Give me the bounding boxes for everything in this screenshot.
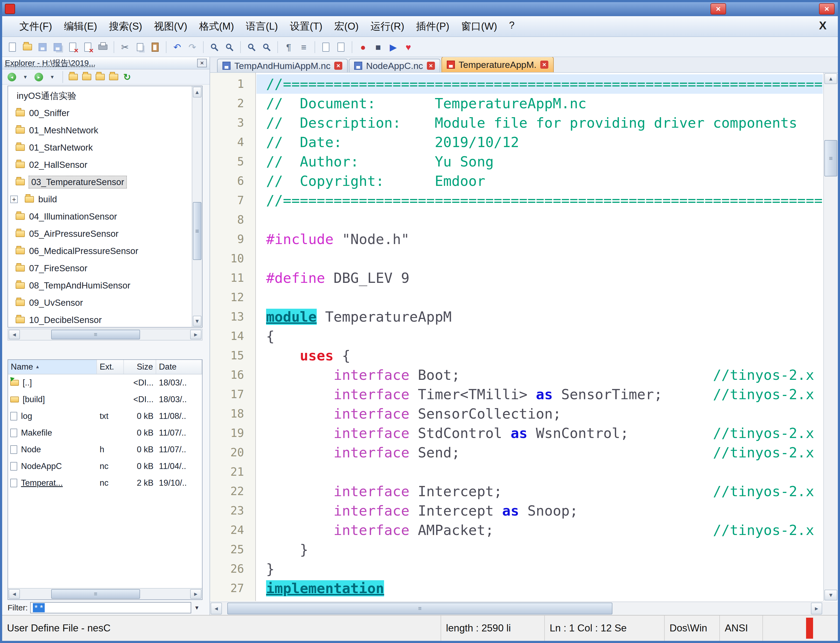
- scroll-thumb[interactable]: ≡: [51, 330, 140, 339]
- tree-item[interactable]: 09_UvSensor: [8, 294, 191, 312]
- tree-item[interactable]: 02_HallSensor: [8, 156, 191, 173]
- plugin-heart-icon[interactable]: ♥: [401, 40, 415, 54]
- code-line[interactable]: // Author: Yu Song: [256, 152, 823, 171]
- menu-item[interactable]: ?: [509, 20, 515, 33]
- code-line[interactable]: interface Timer<TMilli> as SensorTimer; …: [256, 385, 823, 404]
- tree-item[interactable]: 01_StarNetwork: [8, 139, 191, 156]
- editor-horizontal-scrollbar[interactable]: ◄ ≡ ►: [210, 602, 823, 615]
- menu-item[interactable]: 宏(O): [334, 20, 359, 33]
- tree-horizontal-scrollbar[interactable]: ◄ ≡ ►: [8, 329, 202, 341]
- record-macro-icon[interactable]: ●: [356, 40, 370, 54]
- save-icon[interactable]: [36, 40, 49, 54]
- menu-item[interactable]: 搜索(S): [109, 20, 142, 33]
- code-line[interactable]: module TemperatureAppM: [256, 307, 823, 326]
- print-icon[interactable]: [96, 40, 110, 54]
- code-line[interactable]: // Date: 2019/10/12: [256, 132, 823, 152]
- locate-file-icon[interactable]: [81, 71, 93, 83]
- menu-item[interactable]: 运行(R): [370, 20, 404, 33]
- column-header-name[interactable]: Name▲: [8, 360, 97, 374]
- code-line[interactable]: // Description: Module file for providin…: [256, 113, 823, 132]
- tab-close-icon[interactable]: ×: [427, 62, 435, 70]
- doc-map-icon[interactable]: [334, 40, 348, 54]
- menu-item[interactable]: 格式(M): [199, 20, 234, 33]
- code-line[interactable]: // Document: TemperatureAppM.nc: [256, 94, 823, 113]
- zoom-out-icon[interactable]: [259, 40, 274, 54]
- scroll-thumb[interactable]: ≡: [51, 589, 140, 599]
- tree-item[interactable]: 07_FireSensor: [8, 259, 191, 277]
- refresh-icon[interactable]: ↻: [121, 71, 133, 83]
- close-all-icon[interactable]: [81, 40, 95, 54]
- column-header-ext[interactable]: Ext.: [97, 360, 124, 374]
- nav-forward-dropdown-icon[interactable]: ▼: [46, 71, 58, 83]
- tree-item[interactable]: +build: [8, 191, 191, 208]
- tree-vertical-scrollbar[interactable]: ▲ ≡ ▼: [192, 86, 202, 327]
- code-line[interactable]: }: [256, 540, 823, 559]
- scroll-left-icon[interactable]: ◄: [210, 602, 222, 614]
- goto-root-folder-icon[interactable]: [108, 71, 119, 83]
- goto-current-folder-icon[interactable]: [67, 71, 79, 83]
- tree-item[interactable]: 05_AirPressureSensor: [8, 225, 191, 242]
- explorer-close-icon[interactable]: ×: [197, 59, 207, 67]
- menu-item[interactable]: 插件(P): [416, 20, 449, 33]
- file-row[interactable]: [..]<DI...18/03/..: [8, 374, 202, 391]
- menu-item[interactable]: 文件(F): [20, 20, 52, 33]
- scroll-right-icon[interactable]: ►: [190, 330, 201, 339]
- nav-back-icon[interactable]: ◄: [6, 71, 18, 83]
- code-line[interactable]: interface SensorCollection;: [256, 404, 823, 423]
- column-header-date[interactable]: Date: [156, 360, 202, 374]
- code-line[interactable]: #include "Node.h": [256, 230, 823, 249]
- filter-input[interactable]: * *: [30, 602, 191, 614]
- save-all-icon[interactable]: [51, 40, 65, 54]
- code-line[interactable]: interface Intercept; //tinyos-2.x: [256, 481, 823, 501]
- scroll-thumb[interactable]: ≡: [193, 202, 201, 260]
- scroll-down-icon[interactable]: ▼: [824, 590, 837, 601]
- tree-item[interactable]: 03_TemperatureSensor: [8, 173, 191, 191]
- file-row[interactable]: [build]<DI...18/03/..: [8, 391, 202, 408]
- code-line[interactable]: #define DBG_LEV 9: [256, 268, 823, 288]
- close-window-button[interactable]: ×: [819, 3, 835, 15]
- play-macro-icon[interactable]: ▶: [386, 40, 400, 54]
- open-file-icon[interactable]: [20, 40, 34, 54]
- file-row[interactable]: logtxt0 kB11/08/..: [8, 408, 202, 424]
- tree-item[interactable]: 06_MedicalPressureSensor: [8, 242, 191, 259]
- goto-user-folder-icon[interactable]: [94, 71, 106, 83]
- tree-root[interactable]: inyOS通信实验: [8, 87, 191, 104]
- tab[interactable]: TempAndHumiAppM.nc×: [217, 59, 348, 72]
- editor-vertical-scrollbar[interactable]: ▲ ≡ ▼: [823, 73, 838, 601]
- code-line[interactable]: // Copyright: Emdoor: [256, 171, 823, 191]
- code-line[interactable]: interface Intercept as Snoop;: [256, 501, 823, 521]
- file-row[interactable]: Temperat...nc2 kB19/10/..: [8, 475, 202, 491]
- code-line[interactable]: //======================================…: [256, 191, 823, 210]
- scroll-up-icon[interactable]: ▲: [193, 87, 201, 98]
- tab-close-icon[interactable]: ×: [334, 62, 342, 70]
- code-line[interactable]: //======================================…: [256, 74, 823, 94]
- menubar-close-icon[interactable]: X: [819, 20, 827, 31]
- word-wrap-icon[interactable]: ¶: [282, 40, 296, 54]
- filter-dropdown-icon[interactable]: ▼: [191, 605, 202, 611]
- stop-macro-icon[interactable]: ■: [371, 40, 385, 54]
- scroll-thumb[interactable]: ≡: [227, 602, 612, 614]
- menu-item[interactable]: 窗口(W): [461, 20, 497, 33]
- tree-item[interactable]: 10_DecibelSensor: [8, 312, 191, 327]
- code-line[interactable]: [256, 249, 823, 268]
- file-row[interactable]: Makefile0 kB11/07/..: [8, 424, 202, 441]
- scroll-down-icon[interactable]: ▼: [193, 316, 201, 326]
- file-row[interactable]: NodeAppCnc0 kB11/04/..: [8, 458, 202, 475]
- code-line[interactable]: [256, 462, 823, 481]
- nav-forward-icon[interactable]: ►: [33, 71, 45, 83]
- tree-item[interactable]: 08_TempAndHumiSensor: [8, 277, 191, 294]
- zoom-in-icon[interactable]: [245, 40, 259, 54]
- show-symbol-icon[interactable]: ≡: [297, 40, 311, 54]
- redo-icon[interactable]: ↷: [185, 40, 199, 54]
- tree-item[interactable]: 00_Sniffer: [8, 104, 191, 122]
- doc-switch-icon[interactable]: [319, 40, 333, 54]
- tab-close-icon[interactable]: ×: [540, 60, 548, 69]
- nav-back-dropdown-icon[interactable]: ▼: [20, 71, 31, 83]
- close-secondary-button[interactable]: ×: [710, 3, 726, 15]
- code-line[interactable]: interface AMPacket; //tinyos-2.x: [256, 521, 823, 540]
- code-lines[interactable]: //======================================…: [256, 73, 823, 601]
- file-row[interactable]: Nodeh0 kB11/07/..: [8, 441, 202, 458]
- paste-icon[interactable]: [148, 40, 162, 54]
- code-line[interactable]: interface Boot; //tinyos-2.x: [256, 365, 823, 385]
- explorer-caption[interactable]: Explorer - H:\报告\2019... ×: [2, 57, 210, 70]
